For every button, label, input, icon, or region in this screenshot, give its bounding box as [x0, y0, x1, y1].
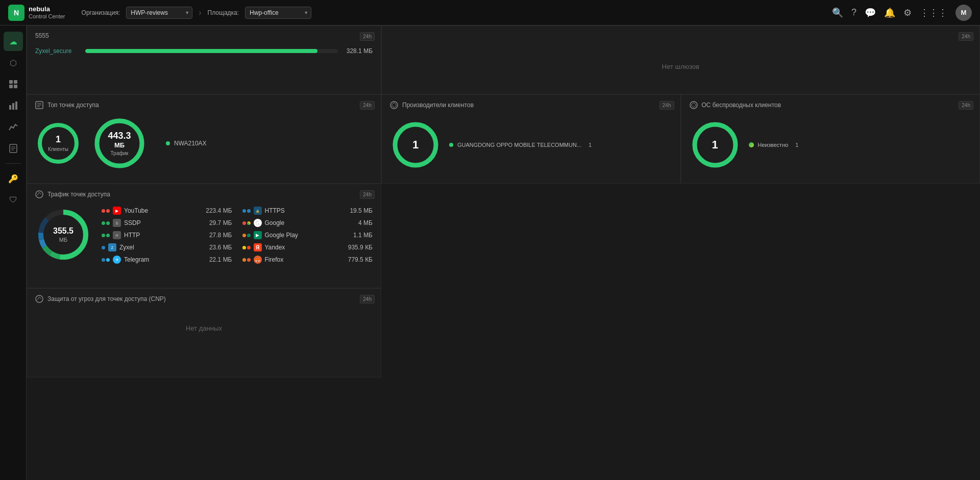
zyxel-dots: [102, 246, 105, 249]
area-select[interactable]: Hwp-office: [245, 7, 311, 19]
yandex-dots: [242, 246, 251, 249]
traffic-row: Трафик точек доступа 24h: [27, 184, 980, 288]
ap-list-item: NWA210AX: [166, 140, 207, 147]
firefox-icon: 🦊: [254, 256, 262, 264]
traffic-bar-fill: [85, 49, 317, 53]
ssdp-icon: S: [113, 219, 121, 227]
protection-row: Защита от угроз для точек доступа (CNP) …: [27, 288, 980, 377]
mfr-donut: 1: [390, 119, 441, 170]
sidebar-divider: [6, 163, 21, 164]
traffic-item-firefox: 🦊 Firefox 779.5 КБ: [242, 256, 373, 264]
sidebar-item-cloud[interactable]: ☁: [4, 32, 23, 51]
traffic-item-telegram: ✈ Telegram 22.1 МБ: [102, 256, 232, 264]
area-select-wrapper[interactable]: Hwp-office: [245, 7, 311, 19]
top-gateways-card: 24h Нет шлюзов: [381, 26, 980, 94]
svg-rect-5: [12, 103, 14, 110]
traffic-ap-donut: 355.5 МБ: [35, 207, 91, 263]
zyxel-icon: Z: [108, 243, 116, 251]
mfr-list-item: GUANGDONG OPPO MOBILE TELECOMMUN... 1: [449, 142, 592, 148]
clients-donut: 1 Клиенты: [35, 120, 81, 166]
sidebar-item-stats[interactable]: [4, 96, 23, 115]
bell-icon[interactable]: 🔔: [884, 7, 895, 18]
svg-rect-2: [9, 85, 13, 88]
traffic-items-right: 🔒 HTTPS 19.5 МБ G Google 4 МБ: [242, 207, 373, 264]
os-list-item: Неизвестно 1: [749, 142, 799, 148]
top-gateways-badge: 24h: [959, 32, 973, 41]
traffic-item-google: G Google 4 МБ: [242, 219, 373, 227]
search-icon[interactable]: 🔍: [832, 7, 843, 18]
svg-line-36: [37, 297, 39, 300]
mfr-icon: [390, 101, 398, 109]
navbar: N nebula Control Center Организация: HWP…: [0, 0, 980, 26]
sidebar-item-devices[interactable]: [4, 74, 23, 94]
sidebar-item-key[interactable]: 🔑: [4, 169, 23, 188]
traffic-name: Zyxel_secure: [35, 47, 81, 55]
os-dot: [749, 142, 754, 147]
traffic-item-google-play: ▶ Google Play 1.1 МБ: [242, 231, 373, 239]
logo-text: nebula Control Center: [29, 5, 65, 20]
help-icon[interactable]: ?: [851, 7, 856, 18]
sidebar-item-shield[interactable]: 🛡: [4, 190, 23, 210]
traffic-ap-title: Трафик точек доступа: [35, 190, 373, 198]
main-content: 5555 24h Zyxel_secure 328.1 МБ 24h Нет ш…: [27, 26, 980, 480]
svg-line-27: [39, 192, 41, 194]
traffic-bar-bg: [85, 49, 338, 53]
sidebar-item-reports[interactable]: [4, 139, 23, 158]
svg-point-35: [36, 295, 43, 302]
traffic-value: 328.1 МБ: [342, 47, 373, 55]
ap-list: NWA210AX: [166, 140, 207, 147]
protection-no-data: Нет данных: [35, 309, 373, 347]
http-dots: [102, 234, 110, 237]
top-ap-card: Топ точек доступа 24h 1 Клиенты: [27, 94, 381, 184]
yandex-icon: Я: [254, 243, 262, 251]
svg-rect-4: [9, 105, 11, 110]
firefox-dots: [242, 258, 251, 262]
traffic-item-https: 🔒 HTTPS 19.5 МБ: [242, 207, 373, 215]
protection-card: Защита от угроз для точек доступа (CNP) …: [27, 288, 381, 377]
ap-metrics: 1 Клиенты 443.3 МБ Трафик: [35, 115, 373, 171]
os-list: Неизвестно 1: [749, 142, 799, 148]
svg-point-25: [36, 191, 43, 198]
top-ap-badge: 24h: [360, 101, 375, 110]
gplay-icon: ▶: [254, 231, 262, 239]
org-select[interactable]: HWP-reviews: [126, 7, 192, 19]
os-icon: [690, 101, 698, 109]
https-dots: [242, 209, 251, 213]
os-content: 1 Неизвестно 1: [690, 115, 972, 174]
traffic-items-left: ▶ YouTube 223.4 МБ S SSDP 29.7 МБ: [102, 207, 232, 264]
svg-rect-3: [14, 85, 17, 88]
svg-rect-1: [14, 80, 17, 84]
ssdp-dots: [102, 221, 110, 225]
ap-icon: [35, 101, 43, 109]
apps-icon[interactable]: ⋮⋮⋮: [920, 7, 947, 18]
message-icon[interactable]: 💬: [865, 7, 876, 18]
ap-row: Топ точек доступа 24h 1 Клиенты: [27, 94, 980, 184]
traffic-detail-content: 355.5 МБ ▶ YouTube 2: [35, 205, 373, 266]
svg-rect-0: [9, 80, 13, 84]
youtube-dots: [102, 209, 110, 213]
top-ap-title: Топ точек доступа: [35, 101, 373, 109]
manufacturers-card: Производители клиентов 24h 1 GUANGD: [381, 94, 681, 184]
top-traffic-badge: 24h: [360, 32, 375, 41]
protection-badge: 24h: [360, 295, 375, 304]
avatar[interactable]: M: [955, 5, 972, 21]
youtube-icon: ▶: [113, 207, 121, 215]
mfr-list: GUANGDONG OPPO MOBILE TELECOMMUN... 1: [449, 142, 592, 148]
traffic-bar-row: Zyxel_secure 328.1 МБ: [35, 45, 373, 57]
os-badge: 24h: [959, 101, 973, 110]
top-traffic-card: 5555 24h Zyxel_secure 328.1 МБ: [27, 26, 381, 94]
sidebar-item-network[interactable]: ⬡: [4, 53, 23, 72]
telegram-icon: ✈: [113, 256, 121, 264]
top-traffic-title: 5555: [35, 32, 373, 39]
traffic-item-yandex: Я Yandex 935.9 КБ: [242, 243, 373, 251]
traffic-item-zyxel: Z Zyxel 23.6 МБ: [102, 243, 232, 251]
protection-title: Защита от угроз для точек доступа (CNP): [35, 295, 373, 303]
logo-area: N nebula Control Center: [8, 5, 65, 21]
org-select-wrapper[interactable]: HWP-reviews: [126, 7, 192, 19]
svg-rect-6: [15, 102, 17, 110]
settings-icon[interactable]: ⚙: [903, 7, 912, 18]
sidebar-item-chart[interactable]: [4, 117, 23, 137]
area-label: Площадка:: [208, 9, 239, 16]
breadcrumb-arrow: ›: [199, 8, 201, 17]
http-icon: H: [113, 231, 121, 239]
